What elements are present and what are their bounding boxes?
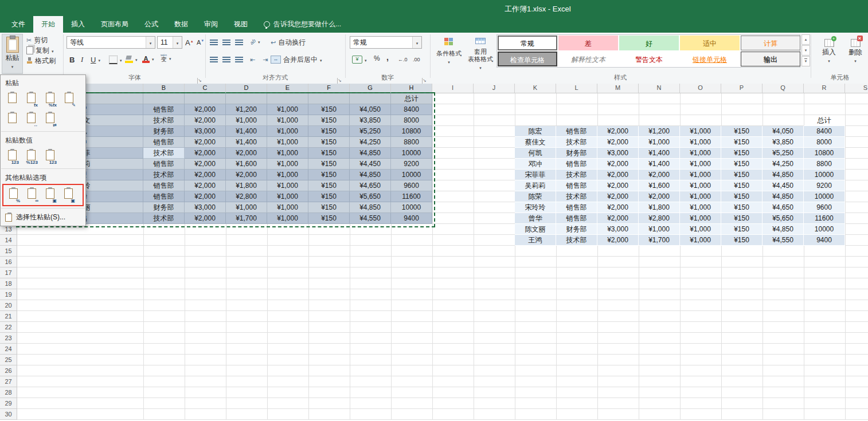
paste-button[interactable]: 粘贴 (2, 34, 23, 74)
cell-O5[interactable]: ¥1,000 (680, 137, 721, 148)
cell-B4[interactable]: 财务部 (143, 126, 185, 137)
cell-N12[interactable]: ¥2,800 (639, 213, 680, 224)
column-header-S[interactable]: S (845, 84, 868, 93)
align-right-button[interactable] (235, 54, 243, 65)
column-header-M[interactable]: M (597, 84, 639, 93)
cell-O6[interactable]: ¥1,000 (680, 148, 721, 159)
cell-F5[interactable]: ¥150 (308, 137, 350, 148)
cell-B10[interactable]: 销售部 (143, 191, 185, 202)
cell-G3[interactable]: ¥3,850 (350, 115, 391, 126)
cell-style-check-cell[interactable]: 检查单元格 (498, 52, 557, 66)
cell-Q14[interactable]: ¥4,550 (763, 235, 804, 246)
paste-option-formatting[interactable]: % (6, 187, 21, 203)
cell-M7[interactable]: ¥2,000 (597, 159, 639, 170)
tab-review[interactable]: 审阅 (196, 16, 226, 33)
cell-H5[interactable]: 8800 (391, 137, 432, 148)
cell-G1[interactable] (350, 93, 391, 104)
cell-H9[interactable]: 9600 (391, 180, 432, 191)
row-header-19[interactable]: 19 (0, 289, 17, 300)
phonetic-guide-button[interactable]: wén变 (161, 53, 171, 63)
cell-F8[interactable]: ¥150 (308, 170, 350, 180)
cut-button[interactable]: 剪切 (26, 35, 48, 45)
cell-K5[interactable]: 蔡佳文 (515, 137, 556, 148)
cell-R3[interactable]: 总计 (804, 115, 845, 126)
cell-K11[interactable]: 宋玲玲 (515, 202, 556, 213)
cell-D1[interactable] (226, 93, 267, 104)
cell-D8[interactable]: ¥2,000 (226, 170, 267, 180)
cell-style-linked-cell[interactable]: 链接单元格 (680, 52, 740, 66)
column-header-L[interactable]: L (556, 84, 597, 93)
paste-option-keep-source-column-widths[interactable]: ↔ (24, 111, 38, 128)
cell-N10[interactable]: ¥2,000 (639, 191, 680, 202)
paste-option-paste[interactable] (5, 91, 19, 108)
underline-button[interactable]: U (91, 54, 100, 65)
cell-O8[interactable]: ¥1,000 (680, 170, 721, 180)
format-painter-button[interactable]: 格式刷 (26, 56, 56, 66)
cell-H12[interactable]: 9400 (391, 213, 432, 224)
cell-G9[interactable]: ¥4,650 (350, 180, 391, 191)
column-header-I[interactable]: I (432, 84, 474, 93)
cell-N14[interactable]: ¥1,700 (639, 235, 680, 246)
row-header-25[interactable]: 25 (0, 355, 17, 365)
cell-B9[interactable]: 销售部 (143, 180, 185, 191)
cell-M10[interactable]: ¥2,000 (597, 191, 639, 202)
row-header-23[interactable]: 23 (0, 333, 17, 344)
number-format-select[interactable]: 常规 (350, 36, 422, 49)
paste-option-linked-picture[interactable]: ▣ (61, 187, 76, 203)
paste-option-paste-formulas[interactable]: fx (24, 91, 38, 108)
tab-page-layout[interactable]: 页面布局 (93, 16, 136, 33)
paste-option-values-number-formatting[interactable]: %123 (24, 148, 38, 165)
cell-E6[interactable]: ¥1,000 (267, 148, 308, 159)
paste-option-keep-source-formatting[interactable]: ✎ (61, 91, 76, 108)
cell-D3[interactable]: ¥1,000 (226, 115, 267, 126)
cell-F4[interactable]: ¥150 (308, 126, 350, 137)
cell-M11[interactable]: ¥2,000 (597, 202, 639, 213)
cell-L4[interactable]: 销售部 (556, 126, 597, 137)
cell-D11[interactable]: ¥1,000 (226, 202, 267, 213)
cell-Q7[interactable]: ¥4,250 (763, 159, 804, 170)
cell-Q12[interactable]: ¥5,650 (763, 213, 804, 224)
cell-B7[interactable]: 销售部 (143, 159, 185, 170)
cell-H10[interactable]: 11600 (391, 191, 432, 202)
cell-P13[interactable]: ¥150 (721, 224, 763, 235)
tab-view[interactable]: 视图 (226, 16, 256, 33)
cell-R5[interactable]: 8000 (804, 137, 845, 148)
cell-M9[interactable]: ¥2,000 (597, 180, 639, 191)
column-header-G[interactable]: G (350, 84, 391, 93)
cell-R12[interactable]: 11600 (804, 213, 845, 224)
decrease-indent-button[interactable] (250, 54, 255, 65)
alignment-dialog-launcher[interactable] (337, 74, 343, 80)
paste-option-transpose[interactable]: ⇄ (42, 111, 57, 128)
column-header-P[interactable]: P (721, 84, 763, 93)
cell-O12[interactable]: ¥1,000 (680, 213, 721, 224)
cell-D12[interactable]: ¥1,700 (226, 213, 267, 224)
cell-Q13[interactable]: ¥4,850 (763, 224, 804, 235)
tab-file[interactable]: 文件 (3, 16, 33, 33)
cell-M8[interactable]: ¥2,000 (597, 170, 639, 180)
number-format-dropdown-arrow[interactable] (412, 37, 421, 48)
number-dialog-launcher[interactable] (422, 74, 428, 80)
cell-P4[interactable]: ¥150 (721, 126, 763, 137)
cell-L11[interactable]: 销售部 (556, 202, 597, 213)
row-header-20[interactable]: 20 (0, 300, 17, 311)
cell-D6[interactable]: ¥2,000 (226, 148, 267, 159)
cell-P14[interactable]: ¥150 (721, 235, 763, 246)
cell-P8[interactable]: ¥150 (721, 170, 763, 180)
percent-style-button[interactable]: % (374, 53, 380, 64)
cell-K12[interactable]: 曾华 (515, 213, 556, 224)
row-header-24[interactable]: 24 (0, 344, 17, 355)
cell-E3[interactable]: ¥1,000 (267, 115, 308, 126)
cell-Q9[interactable]: ¥4,450 (763, 180, 804, 191)
tell-me-box[interactable]: 告诉我您想要做什么... (264, 16, 341, 33)
conditional-formatting-button[interactable]: 条件格式 (433, 34, 464, 71)
cell-P11[interactable]: ¥150 (721, 202, 763, 213)
cell-O7[interactable]: ¥1,000 (680, 159, 721, 170)
cell-N7[interactable]: ¥1,400 (639, 159, 680, 170)
row-header-16[interactable]: 16 (0, 257, 17, 267)
cell-E8[interactable]: ¥1,000 (267, 170, 308, 180)
cell-L6[interactable]: 财务部 (556, 148, 597, 159)
cell-R6[interactable]: 10800 (804, 148, 845, 159)
cell-H8[interactable]: 10000 (391, 170, 432, 180)
cell-F10[interactable]: ¥150 (308, 191, 350, 202)
cell-style-output[interactable]: 输出 (741, 52, 800, 66)
